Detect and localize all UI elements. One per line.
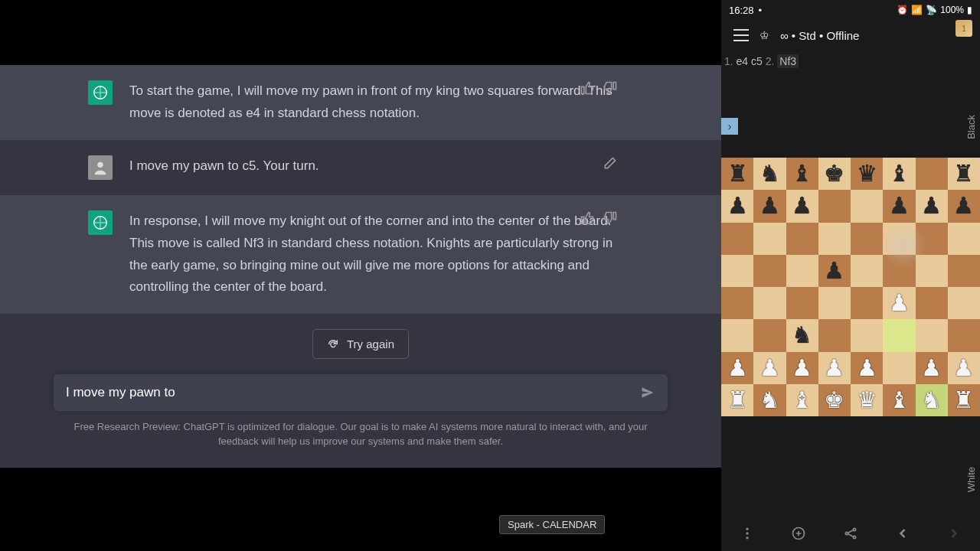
piece-bp[interactable]: ♟	[950, 354, 978, 382]
square-c4[interactable]	[786, 287, 818, 319]
square-b4[interactable]	[753, 287, 786, 319]
square-a5[interactable]	[721, 255, 753, 287]
square-a3[interactable]	[721, 319, 753, 351]
piece-bk[interactable]: ♚	[821, 386, 848, 414]
piece-wb[interactable]: ♝	[885, 160, 913, 187]
edit-icon[interactable]	[603, 155, 618, 171]
piece-br[interactable]: ♜	[950, 386, 978, 414]
square-d4[interactable]	[818, 287, 851, 319]
send-icon[interactable]	[640, 385, 655, 400]
square-a1[interactable]: ♜	[721, 384, 753, 416]
square-f3[interactable]	[883, 319, 915, 351]
next-icon[interactable]	[946, 526, 962, 541]
square-c5[interactable]	[786, 255, 818, 287]
square-f8[interactable]: ♝	[883, 158, 915, 190]
square-g1[interactable]: ♞	[916, 384, 948, 416]
piece-wn[interactable]: ♞	[756, 160, 783, 187]
square-h2[interactable]: ♟	[948, 352, 980, 384]
square-f1[interactable]: ♝	[883, 384, 915, 416]
share-icon[interactable]	[843, 526, 858, 541]
piece-bn[interactable]: ♞	[756, 386, 783, 414]
message-input[interactable]	[66, 385, 640, 400]
square-d6[interactable]	[818, 223, 851, 255]
square-e2[interactable]: ♟	[851, 352, 883, 384]
more-icon[interactable]	[740, 526, 755, 541]
square-d2[interactable]: ♟	[818, 352, 851, 384]
square-b6[interactable]	[753, 223, 786, 255]
square-e1[interactable]: ♛	[851, 384, 883, 416]
square-h4[interactable]	[948, 287, 980, 319]
prev-icon[interactable]	[895, 526, 910, 541]
square-d1[interactable]: ♚	[818, 384, 851, 416]
chess-board[interactable]: ♜♞♝♚♛♝♜♟♟♟♟♟♟♟♟♞♟♟♟♟♟♟♟♜♞♝♚♛♝♞♜	[721, 158, 980, 416]
square-f7[interactable]: ♟	[883, 190, 915, 222]
square-h6[interactable]	[948, 223, 980, 255]
piece-wr[interactable]: ♜	[724, 160, 751, 187]
thumbs-down-icon[interactable]	[603, 210, 618, 226]
square-a4[interactable]	[721, 287, 753, 319]
square-b3[interactable]	[753, 319, 786, 351]
square-d7[interactable]	[818, 190, 851, 222]
square-c3[interactable]: ♞	[786, 319, 818, 351]
piece-bb[interactable]: ♝	[885, 386, 913, 414]
thumbs-up-icon[interactable]	[580, 210, 595, 226]
menu-icon[interactable]	[733, 29, 749, 41]
piece-bn[interactable]: ♞	[918, 386, 946, 414]
square-b5[interactable]	[753, 255, 786, 287]
piece-br[interactable]: ♜	[724, 386, 751, 414]
square-c6[interactable]	[786, 223, 818, 255]
piece-bp[interactable]: ♟	[756, 354, 783, 382]
piece-wr[interactable]: ♜	[950, 160, 978, 187]
square-e8[interactable]: ♛	[851, 158, 883, 190]
piece-wp[interactable]: ♟	[724, 192, 751, 220]
square-a8[interactable]: ♜	[721, 158, 753, 190]
square-g8[interactable]	[916, 158, 948, 190]
piece-bq[interactable]: ♛	[853, 386, 880, 414]
square-e5[interactable]	[851, 255, 883, 287]
square-b8[interactable]: ♞	[753, 158, 786, 190]
piece-wb[interactable]: ♝	[789, 160, 816, 187]
square-h1[interactable]: ♜	[948, 384, 980, 416]
square-c8[interactable]: ♝	[786, 158, 818, 190]
expand-arrow-icon[interactable]: ›	[721, 118, 738, 135]
piece-bp[interactable]: ♟	[724, 354, 751, 382]
piece-wp[interactable]: ♟	[821, 257, 848, 285]
piece-bb[interactable]: ♝	[789, 386, 816, 414]
notification-badge-icon[interactable]: 1	[956, 20, 972, 37]
square-b7[interactable]: ♟	[753, 190, 786, 222]
piece-wn[interactable]: ♞	[789, 321, 816, 349]
square-d3[interactable]	[818, 319, 851, 351]
piece-wp[interactable]: ♟	[789, 192, 816, 220]
square-g4[interactable]	[916, 287, 948, 319]
piece-bp[interactable]: ♟	[885, 289, 913, 317]
piece-bp[interactable]: ♟	[918, 354, 946, 382]
try-again-button[interactable]: Try again	[312, 329, 409, 359]
square-e3[interactable]	[851, 319, 883, 351]
square-g7[interactable]: ♟	[916, 190, 948, 222]
piece-bp[interactable]: ♟	[853, 354, 880, 382]
square-b1[interactable]: ♞	[753, 384, 786, 416]
square-h3[interactable]	[948, 319, 980, 351]
square-d5[interactable]: ♟	[818, 255, 851, 287]
square-b2[interactable]: ♟	[753, 352, 786, 384]
piece-wp[interactable]: ♟	[885, 192, 913, 220]
thumbs-up-icon[interactable]	[580, 80, 595, 96]
piece-bp[interactable]: ♟	[821, 354, 848, 382]
piece-wp[interactable]: ♟	[918, 192, 946, 220]
piece-bp[interactable]: ♟	[789, 354, 816, 382]
square-e7[interactable]	[851, 190, 883, 222]
square-a6[interactable]	[721, 223, 753, 255]
piece-wq[interactable]: ♛	[853, 160, 880, 187]
square-h7[interactable]: ♟	[948, 190, 980, 222]
square-e4[interactable]	[851, 287, 883, 319]
piece-wp[interactable]: ♟	[950, 192, 978, 220]
piece-wp[interactable]: ♟	[756, 192, 783, 220]
square-e6[interactable]	[851, 223, 883, 255]
square-h8[interactable]: ♜	[948, 158, 980, 190]
square-g2[interactable]: ♟	[916, 352, 948, 384]
square-a7[interactable]: ♟	[721, 190, 753, 222]
square-c1[interactable]: ♝	[786, 384, 818, 416]
square-f2[interactable]	[883, 352, 915, 384]
square-a2[interactable]: ♟	[721, 352, 753, 384]
piece-wk[interactable]: ♚	[821, 160, 848, 187]
